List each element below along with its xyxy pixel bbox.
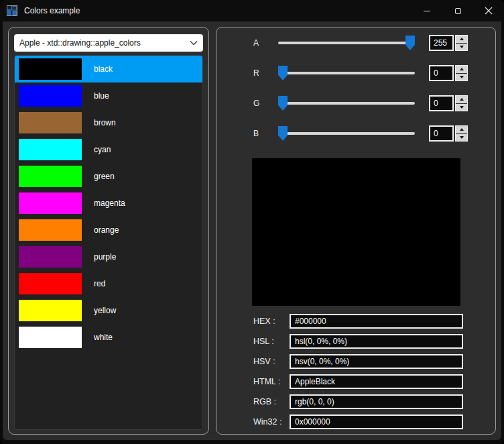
palette-combobox-value: Apple - xtd::drawing::apple_colors (19, 38, 190, 48)
color-preview (252, 158, 460, 306)
value-field-input[interactable]: hsl(0, 0%, 0%) (290, 334, 463, 349)
color-name-label: orange (94, 225, 119, 235)
arrow-up-icon (460, 98, 464, 101)
list-item-yellow[interactable]: yellow (15, 297, 202, 324)
spinbox-value-field[interactable]: 0 (429, 95, 454, 111)
list-item-black[interactable]: black (15, 56, 202, 82)
spinbox-value-field[interactable]: 255 (429, 35, 454, 51)
list-item-magenta[interactable]: magenta (15, 190, 202, 217)
slider-label-a: A (253, 38, 259, 48)
color-swatch (19, 192, 82, 214)
list-item-blue[interactable]: blue (15, 82, 202, 109)
slider-track[interactable] (278, 72, 415, 74)
value-field-label: HTML : (253, 377, 281, 386)
value-field-input[interactable]: rgb(0, 0, 0) (290, 394, 463, 409)
slider-thumb[interactable] (278, 96, 288, 111)
color-name-label: blue (94, 91, 109, 101)
palette-combobox[interactable]: Apple - xtd::drawing::apple_colors (14, 34, 203, 52)
list-item-orange[interactable]: orange (15, 217, 202, 243)
minimize-icon (424, 11, 430, 11)
color-swatch (19, 219, 82, 241)
list-item-white[interactable]: white (15, 324, 202, 351)
titlebar: Colors example (0, 0, 504, 21)
color-name-label: black (94, 64, 113, 74)
client-area: Apple - xtd::drawing::apple_colors black… (3, 21, 501, 440)
slider-thumb[interactable] (278, 126, 288, 141)
arrow-down-icon (460, 136, 464, 139)
app-icon (7, 5, 17, 16)
value-field-label: HEX : (253, 317, 275, 326)
slider-track[interactable] (278, 42, 415, 44)
color-listbox: blackbluebrowncyangreenmagentaorangepurp… (14, 55, 203, 430)
value-field-row: HEX :#000000 (216, 314, 497, 329)
value-field-input[interactable]: hsv(0, 0%, 0%) (290, 354, 463, 369)
spinbox-value-field[interactable]: 0 (429, 65, 454, 81)
spinbox-g: 0 (429, 95, 468, 111)
value-field-input[interactable]: AppleBlack (290, 374, 463, 389)
color-name-label: purple (94, 252, 116, 262)
value-field-row: HTML :AppleBlack (216, 374, 497, 389)
slider-track[interactable] (278, 132, 415, 135)
list-item-cyan[interactable]: cyan (15, 136, 202, 163)
value-field-label: HSV : (253, 357, 275, 366)
color-swatch (19, 327, 82, 348)
spin-down-button[interactable] (456, 74, 467, 81)
value-field-input[interactable]: 0x000000 (290, 414, 463, 429)
color-swatch (19, 273, 82, 294)
spin-down-button[interactable] (456, 104, 467, 111)
slider-label-b: B (253, 129, 259, 138)
list-item-red[interactable]: red (15, 270, 202, 297)
color-name-label: white (94, 333, 113, 342)
slider-row-r: R0 (216, 65, 497, 81)
color-list-groupbox: Apple - xtd::drawing::apple_colors black… (8, 27, 209, 435)
spin-buttons (455, 65, 468, 81)
spin-buttons (455, 35, 468, 51)
arrow-up-icon (460, 38, 464, 40)
value-field-label: RGB : (253, 397, 276, 406)
minimize-button[interactable] (412, 0, 442, 21)
list-item-purple[interactable]: purple (15, 243, 202, 270)
arrow-up-icon (460, 68, 464, 70)
list-item-green[interactable]: green (15, 163, 202, 190)
color-editor-groupbox: A255R0G0B0 HEX :#000000HSL :hsl(0, 0%, 0… (216, 27, 496, 435)
arrow-down-icon (460, 46, 464, 48)
color-swatch (19, 246, 82, 268)
spin-up-button[interactable] (456, 96, 467, 103)
color-swatch (19, 166, 82, 187)
value-field-input[interactable]: #000000 (290, 314, 463, 329)
close-button[interactable] (473, 0, 504, 21)
value-field-row: HSV :hsv(0, 0%, 0%) (216, 354, 497, 369)
spin-buttons (455, 125, 468, 142)
color-name-label: yellow (94, 306, 116, 315)
value-field-label: HSL : (253, 337, 274, 346)
color-name-label: red (94, 279, 105, 288)
maximize-button[interactable] (442, 0, 473, 21)
slider-row-g: G0 (216, 95, 497, 111)
slider-thumb[interactable] (278, 66, 288, 80)
list-item-brown[interactable]: brown (15, 109, 202, 136)
spin-down-button[interactable] (456, 44, 467, 51)
slider-row-a: A255 (216, 35, 497, 51)
color-name-label: cyan (94, 145, 111, 154)
color-name-label: brown (94, 118, 116, 127)
color-swatch (19, 139, 82, 160)
spin-up-button[interactable] (456, 126, 467, 133)
slider-row-b: B0 (216, 125, 497, 142)
arrow-up-icon (460, 128, 464, 131)
slider-thumb[interactable] (405, 36, 415, 50)
close-icon (485, 7, 493, 15)
arrow-down-icon (460, 76, 464, 78)
color-swatch (19, 300, 82, 321)
spin-up-button[interactable] (456, 66, 467, 73)
window-title: Colors example (24, 6, 412, 15)
spin-up-button[interactable] (456, 36, 467, 43)
spinbox-r: 0 (429, 65, 468, 81)
chevron-down-icon (190, 40, 198, 46)
spinbox-b: 0 (429, 125, 468, 142)
color-swatch (19, 58, 82, 80)
spin-down-button[interactable] (456, 134, 467, 142)
slider-track[interactable] (278, 102, 415, 105)
maximize-icon (455, 8, 461, 14)
spinbox-value-field[interactable]: 0 (429, 125, 454, 142)
color-swatch (19, 112, 82, 133)
